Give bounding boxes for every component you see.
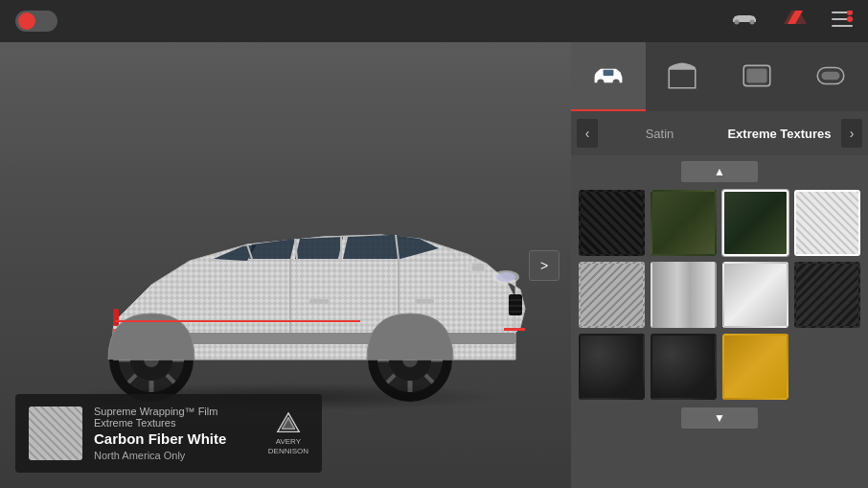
avery-logo-text: AVERYDENNISON	[268, 437, 308, 455]
texture-grid-row-2	[579, 262, 860, 328]
region-label: North America Only	[94, 450, 257, 461]
view-btn-roof[interactable]	[720, 42, 794, 111]
wrap-icon[interactable]	[782, 7, 809, 35]
car-svg	[36, 122, 535, 409]
toggle-knob	[18, 12, 35, 30]
texture-cell-silver-cf[interactable]	[579, 262, 645, 328]
menu-icon[interactable]	[832, 9, 853, 34]
texture-cell-gold[interactable]	[722, 334, 788, 400]
svg-rect-48	[504, 328, 525, 331]
main-content: >	[0, 42, 868, 488]
texture-grid-row-3	[579, 334, 860, 400]
grid-scroll-down-button[interactable]: ▼	[681, 407, 758, 429]
full-car-icon	[591, 58, 626, 93]
texture-cell-dark-texture[interactable]	[579, 334, 645, 400]
grid-scroll-up-button[interactable]: ▲	[681, 161, 758, 182]
texture-cell-white-cf[interactable]	[794, 190, 860, 256]
svg-point-59	[612, 80, 619, 86]
texture-thumbnail	[29, 407, 82, 460]
texture-cell-black-cf[interactable]	[579, 190, 645, 256]
avery-logo: AVERYDENNISON	[268, 410, 308, 455]
texture-cell-light-silver[interactable]	[722, 262, 788, 328]
grid-nav-up: ▲	[579, 161, 860, 182]
top-bar	[0, 0, 868, 42]
svg-point-5	[847, 11, 853, 15]
next-arrow-button[interactable]: >	[529, 250, 560, 281]
texture-cell-dark-olive[interactable]	[651, 190, 717, 256]
svg-rect-4	[832, 25, 853, 27]
svg-point-0	[735, 20, 740, 25]
hood-icon	[665, 58, 699, 93]
svg-rect-40	[309, 299, 329, 304]
view-selector	[571, 42, 868, 111]
side-icon	[813, 58, 848, 93]
category-prev-button[interactable]: ‹	[577, 119, 598, 148]
category-extreme-label[interactable]: Extreme Textures	[721, 127, 837, 141]
car-top-icon[interactable]	[730, 9, 759, 34]
info-panel: Supreme Wrapping™ Film Extreme Textures …	[15, 394, 322, 473]
texture-cell-brushed-silver[interactable]	[651, 262, 717, 328]
texture-cell-dark-green[interactable]	[722, 190, 788, 256]
svg-point-58	[597, 80, 604, 86]
svg-rect-60	[603, 70, 613, 76]
svg-rect-52	[472, 264, 484, 271]
svg-rect-62	[746, 69, 766, 83]
view-btn-full-car[interactable]	[571, 42, 646, 111]
right-panel: ‹ Satin Extreme Textures › ▲	[571, 42, 868, 488]
category-row: ‹ Satin Extreme Textures ›	[571, 111, 868, 155]
texture-cell-dark-texture-2[interactable]	[651, 334, 717, 400]
product-line: Supreme Wrapping™ Film Extreme Textures	[94, 406, 257, 429]
svg-rect-49	[113, 309, 119, 326]
top-bar-icons	[730, 7, 853, 35]
color-name: Carbon Fiber White	[94, 430, 257, 447]
category-satin-label[interactable]: Satin	[602, 127, 718, 141]
view-btn-side[interactable]	[794, 42, 869, 111]
svg-rect-41	[415, 299, 434, 304]
svg-point-47	[496, 272, 515, 282]
grid-nav-down: ▼	[579, 407, 860, 429]
info-text: Supreme Wrapping™ Film Extreme Textures …	[94, 406, 257, 461]
toggle-track[interactable]	[15, 11, 57, 32]
toggle-switch[interactable]	[15, 11, 57, 32]
avery-logo-svg	[275, 410, 302, 437]
svg-rect-42	[509, 294, 522, 315]
view-btn-hood[interactable]	[646, 42, 720, 111]
svg-point-6	[847, 16, 853, 22]
category-next-button[interactable]: ›	[841, 119, 862, 148]
car-view: >	[0, 42, 571, 488]
texture-grid-wrapper: ▲ ▼	[571, 155, 868, 488]
texture-grid-row-1	[579, 190, 860, 256]
svg-point-1	[750, 20, 755, 25]
roof-icon	[740, 58, 774, 93]
svg-rect-64	[822, 72, 840, 80]
texture-cell-dark-cf[interactable]	[794, 262, 860, 328]
